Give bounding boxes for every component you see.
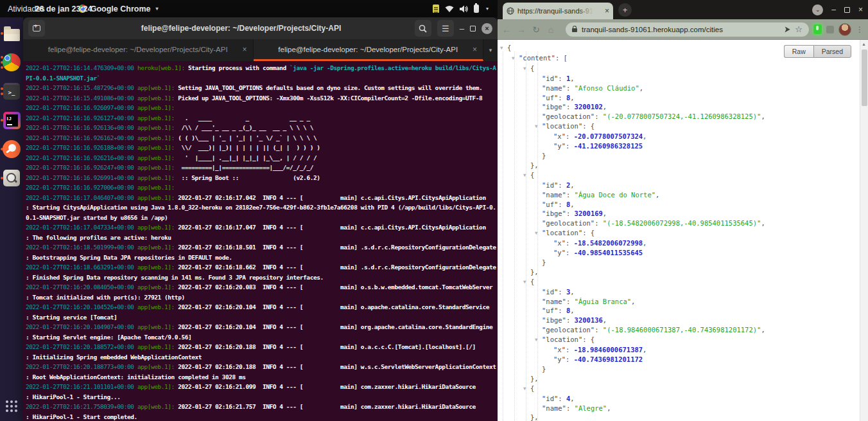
window-menu-button[interactable]: ⌄	[812, 4, 823, 15]
collapse-toggle-icon[interactable]: ▼	[523, 171, 530, 181]
tab-close-button[interactable]: ×	[473, 45, 477, 54]
gnome-top-bar: Atividades Google Chrome ▾ 26 de jan 23:…	[0, 0, 498, 17]
scroll-up-arrow[interactable]: ▲	[862, 42, 866, 46]
terminal-tab-bar: felipe@felipe-developer: ~/Developer/Pro…	[23, 39, 498, 61]
collapse-toggle-icon[interactable]: ▼	[523, 384, 530, 394]
terminal-titlebar[interactable]: felipe@felipe-developer: ~/Developer/Pro…	[23, 17, 498, 39]
browser-window: https://tranquil-sands-91 × + ⌄ – × ← → …	[498, 0, 868, 421]
back-button[interactable]: ←	[501, 24, 512, 35]
dock-item-screenshot[interactable]	[0, 166, 23, 190]
files-icon	[4, 29, 20, 41]
tab-title: felipe@felipe-developer: ~/Developer/Pro…	[278, 46, 458, 53]
address-bar[interactable]: tranquil-sands-91061.herokuapp.com/citie…	[566, 22, 809, 37]
browser-minimize-button[interactable]: –	[831, 6, 836, 13]
new-tab-button[interactable]: +	[618, 3, 632, 17]
collapse-toggle-icon[interactable]: ▼	[523, 64, 530, 74]
collapse-toggle-icon[interactable]: ▼	[535, 336, 542, 345]
scroll-thumb[interactable]	[862, 49, 867, 106]
browser-close-button[interactable]: ×	[858, 6, 863, 13]
parsed-button[interactable]: Parsed	[813, 45, 851, 58]
forward-button[interactable]: →	[516, 24, 526, 35]
wifi-icon[interactable]	[445, 5, 454, 13]
new-tab-icon	[33, 25, 40, 31]
terminal-output: 2022-01-27T02:16:14.476309+00:00 heroku[…	[23, 61, 498, 421]
intellij-icon: IJ	[3, 112, 21, 129]
chevron-down-icon: ▾	[489, 47, 492, 53]
postman-icon	[3, 140, 21, 158]
tab-list-dropdown[interactable]: ▾	[483, 39, 498, 61]
terminal-minimize-button[interactable]: –	[460, 24, 464, 33]
dock: >_ IJ	[0, 17, 23, 421]
terminal-tab-2[interactable]: felipe@felipe-developer: ~/Developer/Pro…	[254, 39, 484, 61]
dock-item-chrome[interactable]	[0, 51, 23, 74]
collapse-toggle-icon[interactable]: ▼	[535, 122, 542, 132]
json-tree: ▼{▼"content": [▼{"id": 1,"name": "Afonso…	[498, 43, 859, 421]
notes-indicator-icon[interactable]	[433, 4, 439, 13]
collapse-toggle-icon[interactable]: ▼	[512, 54, 519, 64]
show-applications-button[interactable]	[0, 397, 23, 416]
terminal-search-button[interactable]	[415, 20, 431, 37]
new-terminal-tab-button[interactable]	[28, 20, 45, 37]
send-to-device-icon[interactable]	[785, 26, 790, 33]
terminal-close-button[interactable]: ×	[482, 23, 492, 34]
volume-icon[interactable]	[460, 5, 468, 13]
battery-icon[interactable]	[474, 4, 479, 13]
extensions-menu-icon[interactable]	[826, 26, 834, 33]
view-toggle: Raw Parsed	[784, 45, 851, 58]
browser-restore-button[interactable]	[844, 7, 850, 13]
collapse-toggle-icon[interactable]: ▼	[535, 229, 542, 238]
tray-chevron-down-icon: ▾	[486, 6, 489, 12]
running-indicator	[1, 80, 3, 103]
dock-item-postman[interactable]	[0, 138, 23, 161]
search-icon	[419, 24, 427, 33]
terminal-menu-button[interactable]: ☰	[437, 20, 454, 37]
profile-avatar[interactable]	[838, 23, 851, 36]
bookmark-star-icon[interactable]: ☆	[795, 24, 803, 34]
url-text[interactable]: tranquil-sands-91061.herokuapp.com/citie…	[582, 26, 780, 33]
browser-tab[interactable]: https://tranquil-sands-91 ×	[503, 3, 613, 19]
collapse-toggle-icon[interactable]: ▼	[523, 278, 530, 287]
home-button[interactable]: ⌂	[546, 24, 556, 35]
browser-toolbar: ← → ↻ ⌂ tranquil-sands-91061.herokuapp.c…	[498, 19, 868, 40]
hamburger-icon: ☰	[442, 24, 449, 33]
scrollbar[interactable]: ▲	[860, 40, 868, 421]
terminal-window-title: felipe@felipe-developer: ~/Developer/Pro…	[62, 24, 421, 33]
screenshot-tool-icon	[3, 170, 20, 186]
chrome-icon	[3, 53, 21, 71]
page-content: Raw Parsed ▼{▼"content": [▼{"id": 1,"nam…	[498, 40, 868, 421]
raw-button[interactable]: Raw	[784, 45, 813, 58]
running-indicator	[1, 109, 3, 132]
dock-item-files[interactable]	[0, 22, 23, 45]
reload-button[interactable]: ↻	[531, 24, 541, 35]
collapse-toggle-icon[interactable]: ▼	[500, 44, 507, 53]
apps-grid-icon	[6, 400, 17, 412]
tab-title: https://tranquil-sands-91	[517, 7, 593, 15]
chevron-down-icon: ▾	[155, 6, 158, 12]
tab-close-button[interactable]: ×	[605, 6, 609, 15]
tab-title: felipe@felipe-developer: ~/Developer/Pro…	[48, 46, 228, 53]
terminal-restore-button[interactable]	[470, 26, 476, 31]
more-menu-icon[interactable]: ⋮	[856, 25, 864, 34]
globe-icon	[507, 7, 514, 15]
browser-tab-bar: https://tranquil-sands-91 × + ⌄ – ×	[498, 0, 868, 19]
terminal-tab-1[interactable]: felipe@felipe-developer: ~/Developer/Pro…	[23, 39, 254, 61]
system-tray[interactable]: ▾	[433, 0, 489, 17]
terminal-window: felipe@felipe-developer: ~/Developer/Pro…	[23, 17, 498, 421]
tab-close-button[interactable]: ×	[242, 45, 247, 54]
terminal-icon: >_	[3, 83, 20, 100]
dock-item-intellij[interactable]: IJ	[0, 109, 23, 132]
lock-icon[interactable]	[572, 28, 577, 32]
running-indicator	[1, 22, 3, 45]
extension-icon[interactable]	[813, 24, 822, 34]
clock-button[interactable]: 26 de jan 23:24	[0, 4, 127, 13]
dock-item-terminal[interactable]: >_	[0, 80, 23, 103]
